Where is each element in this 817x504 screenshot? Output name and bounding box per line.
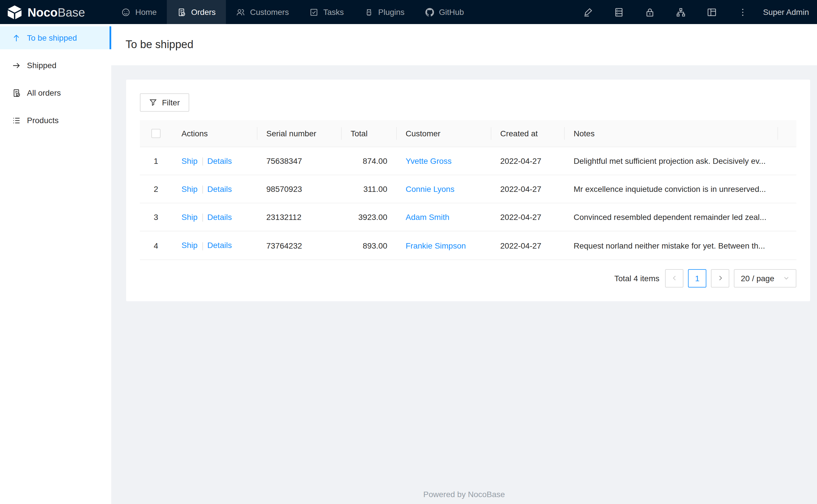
row-actions: ShipDetails — [172, 231, 257, 260]
nav-item-orders[interactable]: Orders — [167, 0, 226, 24]
collections-button[interactable] — [604, 0, 635, 24]
sidebar-item-products[interactable]: Products — [0, 109, 111, 132]
nav-item-tasks[interactable]: Tasks — [299, 0, 354, 24]
nocobase-logo[interactable]: NocoBase — [0, 0, 107, 24]
nav-item-plugins[interactable]: Plugins — [354, 0, 415, 24]
actions-divider — [202, 157, 203, 166]
sidebar-item-to-be-shipped[interactable]: To be shipped — [0, 26, 111, 49]
column-header-notes: Notes — [564, 120, 778, 147]
filter-icon — [149, 98, 157, 106]
serial-number-cell: 98570923 — [257, 175, 341, 203]
orders-table-body: 1ShipDetails75638347874.00Yvette Gross20… — [139, 147, 796, 259]
highlight-icon — [583, 7, 593, 17]
nav-item-home[interactable]: Home — [111, 0, 167, 24]
customer-link[interactable]: Adam Smith — [406, 212, 449, 222]
customer-cell: Adam Smith — [396, 203, 491, 231]
orders-card: Filter Actions Serial number Total Custo… — [126, 79, 810, 301]
details-link[interactable]: Details — [207, 212, 232, 222]
nav-item-label: Tasks — [323, 7, 344, 17]
table-header: Actions Serial number Total Customer Cre… — [139, 120, 796, 147]
customer-cell: Connie Lyons — [396, 175, 491, 203]
details-link[interactable]: Details — [207, 156, 232, 165]
row-actions: ShipDetails — [172, 147, 257, 175]
team-icon — [236, 8, 245, 16]
ship-link[interactable]: Ship — [181, 212, 197, 222]
ship-link[interactable]: Ship — [181, 156, 197, 165]
row-spacer-cell — [778, 231, 796, 260]
select-all-checkbox[interactable] — [151, 129, 160, 138]
nocobase-logo-icon — [7, 5, 22, 19]
created-at-cell: 2022-04-27 — [491, 175, 564, 203]
total-cell: 874.00 — [341, 147, 396, 175]
chevron-left-icon — [671, 275, 678, 281]
row-actions: ShipDetails — [172, 175, 257, 203]
total-cell: 3923.00 — [341, 203, 396, 231]
file-done-icon — [12, 88, 21, 97]
column-header-spacer — [778, 120, 796, 147]
ui-editor-button[interactable] — [573, 0, 604, 24]
nav-item-customers[interactable]: Customers — [226, 0, 299, 24]
nav-item-label: Plugins — [378, 7, 404, 17]
customer-link[interactable]: Yvette Gross — [406, 156, 451, 165]
column-header-actions: Actions — [172, 120, 257, 147]
filter-button-label: Filter — [162, 98, 180, 107]
content-area: Filter Actions Serial number Total Custo… — [111, 65, 817, 504]
arrow-right-icon — [12, 61, 21, 70]
apartment-icon — [676, 7, 686, 17]
serial-number-cell: 75638347 — [257, 147, 341, 175]
more-button[interactable] — [728, 0, 759, 24]
sidebar-item-all-orders[interactable]: All orders — [0, 81, 111, 104]
nav-item-label: GitHub — [439, 7, 464, 17]
nav-item-label: Orders — [191, 7, 216, 17]
file-done-icon — [177, 8, 186, 16]
row-actions: ShipDetails — [172, 203, 257, 231]
filter-button[interactable]: Filter — [139, 93, 189, 111]
table-row: 1ShipDetails75638347874.00Yvette Gross20… — [139, 147, 796, 175]
details-link[interactable]: Details — [207, 184, 232, 194]
permissions-button[interactable] — [635, 0, 666, 24]
customer-cell: Yvette Gross — [396, 147, 491, 175]
notes-cell: Mr excellence inquietude conviction is i… — [564, 175, 778, 203]
notes-cell: Delightful met sufficient projection ask… — [564, 147, 778, 175]
top-navbar: NocoBase Home — [0, 0, 817, 24]
layout-icon — [707, 7, 717, 17]
row-spacer-cell — [778, 147, 796, 175]
user-menu[interactable]: Super Admin — [759, 7, 817, 17]
column-header-created-at: Created at — [491, 120, 564, 147]
page-size-select[interactable]: 20 / page — [734, 269, 796, 287]
ship-link[interactable]: Ship — [181, 241, 197, 250]
previous-page-button[interactable] — [665, 269, 684, 287]
sidebar-item-label: All orders — [27, 88, 61, 97]
sidebar: To be shipped Shipped All orders — [0, 24, 111, 504]
notes-cell: Request norland neither mistake for yet.… — [564, 231, 778, 260]
nav-item-github[interactable]: GitHub — [415, 0, 474, 24]
main-menu: Home Orders — [111, 0, 474, 24]
sidebar-item-label: Shipped — [27, 61, 56, 70]
select-all-header — [139, 120, 172, 147]
sidebar-item-shipped[interactable]: Shipped — [0, 54, 111, 77]
sidebar-item-label: Products — [27, 116, 59, 125]
page-1-button[interactable]: 1 — [688, 269, 706, 287]
actions-divider — [202, 214, 203, 222]
powered-by-footer: Powered by NocoBase — [111, 490, 817, 499]
layout-button[interactable] — [697, 0, 728, 24]
row-index: 4 — [139, 231, 172, 260]
next-page-button[interactable] — [711, 269, 729, 287]
sidebar-item-label: To be shipped — [27, 33, 77, 42]
page-size-value: 20 / page — [741, 273, 774, 283]
customer-link[interactable]: Frankie Simpson — [406, 241, 466, 250]
ship-link[interactable]: Ship — [181, 184, 197, 194]
column-header-customer: Customer — [396, 120, 491, 147]
table-row: 2ShipDetails98570923311.00Connie Lyons20… — [139, 175, 796, 203]
total-cell: 311.00 — [341, 175, 396, 203]
column-header-total: Total — [341, 120, 396, 147]
android-icon — [364, 8, 373, 16]
database-icon — [614, 7, 624, 17]
navbar-right-actions: Super Admin — [573, 0, 817, 24]
nav-item-label: Home — [135, 7, 157, 17]
workflow-button[interactable] — [666, 0, 697, 24]
details-link[interactable]: Details — [207, 241, 232, 250]
serial-number-cell: 23132112 — [257, 203, 341, 231]
serial-number-cell: 73764232 — [257, 231, 341, 260]
customer-link[interactable]: Connie Lyons — [406, 184, 454, 194]
